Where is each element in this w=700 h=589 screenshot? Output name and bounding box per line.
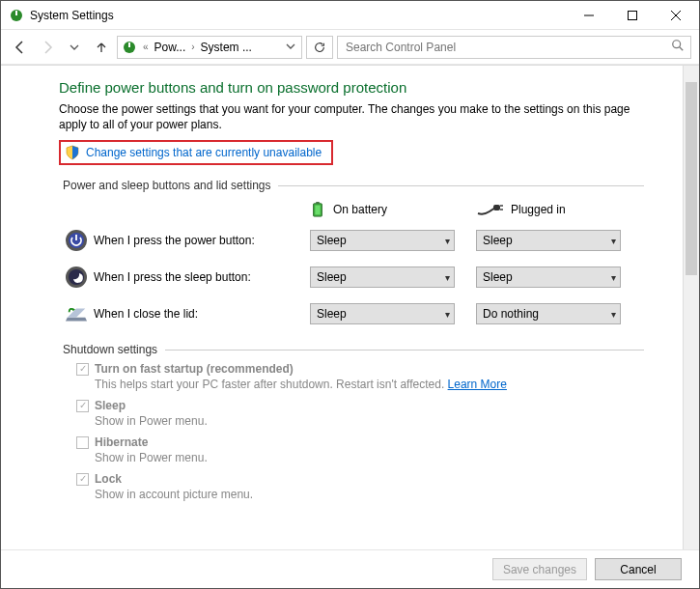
svg-line-9 — [680, 47, 684, 51]
col-battery: On battery — [310, 200, 464, 219]
checkbox[interactable] — [76, 436, 89, 449]
chevron-down-icon: ▾ — [611, 236, 616, 246]
column-headers: On battery Plugged in — [59, 200, 644, 219]
breadcrumb-2[interactable]: System ... — [201, 41, 252, 54]
row-close-lid: When I close the lid: Sleep ▾ Do nothing… — [59, 302, 644, 325]
power-buttons-group: Power and sleep buttons and lid settings… — [59, 179, 644, 325]
col-battery-label: On battery — [333, 203, 387, 216]
cancel-button[interactable]: Cancel — [595, 558, 682, 580]
svg-rect-12 — [315, 206, 320, 215]
plug-icon — [476, 200, 503, 219]
item-desc: Show in Power menu. — [76, 414, 644, 428]
nav-bar: « Pow... › System ... — [1, 30, 699, 65]
battery-icon — [310, 202, 325, 217]
window: System Settings « Pow... — [0, 0, 700, 589]
svg-rect-7 — [128, 42, 130, 47]
shield-icon — [65, 145, 80, 160]
shutdown-item-lock: Lock Show in account picture menu. — [59, 472, 644, 501]
group-legend: Power and sleep buttons and lid settings — [59, 179, 274, 192]
up-button[interactable] — [90, 36, 113, 59]
col-plugged: Plugged in — [476, 200, 630, 219]
app-icon — [9, 8, 24, 23]
row-power-button: When I press the power button: Sleep ▾ S… — [59, 229, 644, 252]
power-button-battery-select[interactable]: Sleep ▾ — [310, 230, 455, 251]
shutdown-settings-group: Shutdown settings Turn on fast startup (… — [59, 343, 644, 501]
power-button-icon — [65, 229, 88, 252]
chevron-down-icon: ▾ — [611, 272, 616, 283]
checkbox[interactable] — [76, 363, 89, 376]
close-button[interactable] — [654, 1, 697, 29]
svg-rect-1 — [15, 11, 17, 15]
search-icon — [671, 39, 685, 55]
divider — [165, 350, 644, 351]
power-button-plugged-select[interactable]: Sleep ▾ — [476, 230, 621, 251]
chevron-down-icon: ▾ — [445, 309, 450, 320]
chevron-down-icon: ▾ — [611, 309, 616, 320]
window-title: System Settings — [30, 9, 567, 22]
svg-rect-13 — [493, 205, 500, 210]
refresh-button[interactable] — [306, 36, 333, 59]
shutdown-item-sleep: Sleep Show in Power menu. — [59, 399, 644, 428]
shutdown-item-hibernate: Hibernate Show in Power menu. — [59, 435, 644, 464]
shutdown-item-fast-startup: Turn on fast startup (recommended) This … — [59, 362, 644, 391]
row-label: When I close the lid: — [94, 307, 310, 321]
scrollbar-thumb[interactable] — [686, 82, 697, 275]
chevron-right-icon: › — [189, 42, 196, 52]
select-value: Sleep — [317, 307, 347, 321]
maximize-button[interactable] — [610, 1, 654, 29]
sleep-button-icon — [65, 266, 88, 289]
checkbox-label: Sleep — [95, 399, 126, 412]
back-button[interactable] — [9, 36, 32, 59]
item-desc: Show in account picture menu. — [76, 488, 644, 501]
select-value: Sleep — [317, 270, 347, 284]
item-desc: This helps start your PC faster after sh… — [95, 378, 444, 391]
scrollbar[interactable] — [683, 66, 699, 549]
checkbox[interactable] — [76, 400, 89, 412]
checkbox-label: Turn on fast startup (recommended) — [95, 362, 294, 376]
svg-point-8 — [673, 41, 681, 48]
sleep-button-plugged-select[interactable]: Sleep ▾ — [476, 266, 621, 288]
search-input[interactable] — [344, 40, 671, 55]
select-value: Do nothing — [483, 307, 539, 321]
page-heading: Define power buttons and turn on passwor… — [59, 79, 644, 96]
checkbox-label: Lock — [95, 472, 122, 486]
page-description: Choose the power settings that you want … — [59, 101, 644, 132]
lid-plugged-select[interactable]: Do nothing ▾ — [476, 303, 621, 324]
save-button[interactable]: Save changes — [492, 558, 587, 580]
content: Define power buttons and turn on passwor… — [1, 66, 683, 549]
chevron-down-icon: ▾ — [445, 272, 450, 283]
chevron-down-icon: ▾ — [445, 236, 450, 246]
row-label: When I press the sleep button: — [94, 270, 310, 284]
svg-rect-3 — [628, 11, 636, 19]
breadcrumb-1[interactable]: Pow... — [154, 41, 186, 54]
address-dropdown[interactable] — [282, 41, 299, 54]
titlebar: System Settings — [1, 1, 699, 30]
recent-locations-button[interactable] — [63, 36, 86, 59]
address-bar[interactable]: « Pow... › System ... — [117, 36, 302, 59]
sleep-button-battery-select[interactable]: Sleep ▾ — [310, 266, 455, 288]
breadcrumb-prefix: « — [141, 42, 151, 52]
checkbox-label: Hibernate — [95, 435, 148, 449]
search-box[interactable] — [337, 36, 691, 59]
select-value: Sleep — [483, 234, 513, 247]
checkbox[interactable] — [76, 473, 89, 486]
divider — [278, 185, 644, 186]
forward-button[interactable] — [36, 36, 59, 59]
group-legend: Shutdown settings — [59, 343, 161, 356]
lid-icon — [65, 302, 88, 325]
location-icon — [122, 40, 137, 55]
col-plugged-label: Plugged in — [511, 203, 566, 216]
select-value: Sleep — [317, 234, 347, 247]
lid-battery-select[interactable]: Sleep ▾ — [310, 303, 455, 324]
content-area: Define power buttons and turn on passwor… — [1, 65, 699, 549]
change-settings-highlight: Change settings that are currently unava… — [59, 140, 333, 165]
row-label: When I press the power button: — [94, 234, 310, 247]
change-settings-link[interactable]: Change settings that are currently unava… — [86, 146, 322, 159]
select-value: Sleep — [483, 270, 513, 284]
row-sleep-button: When I press the sleep button: Sleep ▾ S… — [59, 266, 644, 289]
footer: Save changes Cancel — [1, 549, 699, 588]
minimize-button[interactable] — [567, 1, 610, 29]
learn-more-link[interactable]: Learn More — [448, 378, 507, 391]
item-desc: Show in Power menu. — [76, 451, 644, 464]
